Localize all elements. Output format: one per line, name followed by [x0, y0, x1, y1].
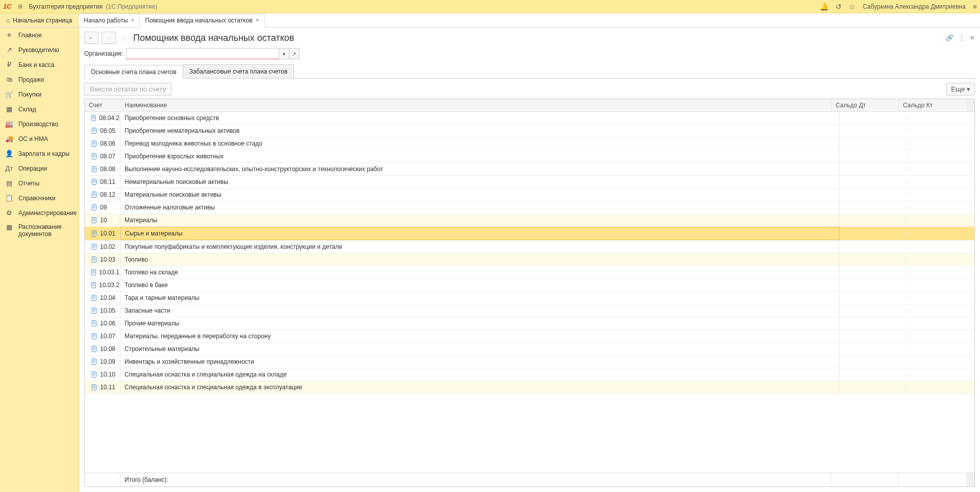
table-row[interactable]: 08.08Выполнение научно-исследовательских…	[85, 163, 974, 176]
th-name[interactable]: Наименование	[120, 99, 831, 111]
svg-rect-80	[92, 372, 96, 378]
cell-name: Специальная оснастка и специальная одежд…	[120, 381, 840, 393]
table-row[interactable]: 10.01Сырье и материалы	[85, 227, 974, 241]
sidebar-item-4[interactable]: 🛒Покупки	[0, 87, 79, 102]
table-row[interactable]: 08.06Перевод молодняка животных в основн…	[85, 137, 974, 150]
cell-account: 10.03.1	[85, 266, 120, 278]
table-body[interactable]: 08.04.2Приобретение основных средств08.0…	[85, 112, 974, 473]
sidebar-item-label: Администрирование	[18, 209, 77, 217]
org-input[interactable]	[126, 48, 279, 59]
table-row[interactable]: 10.05Запасные части	[85, 304, 974, 317]
table-row[interactable]: 10.03.2Топливо в баке	[85, 279, 974, 292]
table-row[interactable]: 10.10Специальная оснастка и специальная …	[85, 368, 974, 381]
close-icon[interactable]: ✕	[970, 34, 975, 41]
sidebar-item-13[interactable]: ▦Распознавание документов	[0, 220, 79, 241]
table-toolbar: Ввести остатки по счету Еще ▾	[84, 83, 975, 96]
cell-account: 10.01	[85, 227, 120, 240]
tab-close-icon[interactable]: ×	[131, 17, 134, 24]
table-row[interactable]: 09Отложенные налоговые активы	[85, 201, 974, 214]
cell-account: 10.09	[85, 356, 120, 368]
tab-home-label: Начальная страница	[13, 17, 72, 24]
org-open-button[interactable]: ↗	[289, 48, 300, 59]
kebab-menu-icon[interactable]: ⋮	[959, 34, 965, 41]
sidebar-item-2[interactable]: ₽Банк и касса	[0, 57, 79, 72]
history-icon[interactable]: ↺	[836, 3, 842, 11]
bell-icon[interactable]: 🔔	[820, 3, 828, 11]
sidebar-item-8[interactable]: 👤Зарплата и кадры	[0, 146, 79, 161]
table-row[interactable]: 10.09Инвентарь и хозяйственные принадлеж…	[85, 356, 974, 368]
tab-offbalance-accounts[interactable]: Забалансовые счета плана счетов	[183, 64, 295, 78]
th-saldo-kt[interactable]: Сальдо Кт	[899, 99, 966, 111]
star-icon[interactable]: ☆	[849, 3, 855, 11]
table-row[interactable]: 08.12Материальные поисковые активы	[85, 189, 974, 201]
svg-rect-16	[92, 167, 96, 172]
equalizer-icon[interactable]: ≡	[973, 3, 977, 11]
cell-saldo-kt	[907, 179, 974, 184]
sidebar-item-12[interactable]: ⚙Администрирование	[0, 205, 79, 220]
document-icon	[91, 191, 98, 198]
table-row[interactable]: 08.04.2Приобретение основных средств	[85, 112, 974, 125]
sidebar-item-label: ОС и НМА	[18, 135, 48, 143]
svg-rect-44	[92, 257, 96, 263]
favorite-star-icon[interactable]: ☆	[121, 33, 128, 43]
sidebar-item-label: Продажи	[18, 76, 44, 83]
nav-back-button[interactable]: ←	[84, 32, 99, 44]
cell-name: Выполнение научно-исследовательских, опы…	[120, 163, 840, 175]
table-row[interactable]: 08.05Приобретение нематериальных активов	[85, 125, 974, 137]
document-icon	[91, 217, 98, 224]
tab-main-accounts[interactable]: Основные счета плана счетов	[84, 65, 183, 79]
sidebar-item-10[interactable]: ▤Отчеты	[0, 176, 79, 191]
sidebar-item-5[interactable]: ▦Склад	[0, 102, 79, 116]
tab-home[interactable]: ⌂ Начальная страница	[0, 13, 79, 27]
svg-rect-72	[92, 346, 96, 352]
main-menu-icon[interactable]: ≡	[15, 3, 26, 11]
sidebar-item-6[interactable]: 🏭Производство	[0, 116, 79, 131]
cell-saldo-kt	[907, 334, 974, 339]
sidebar-item-7[interactable]: 🚚ОС и НМА	[0, 131, 79, 146]
sidebar-item-11[interactable]: 📋Справочники	[0, 191, 79, 205]
tab-close-icon[interactable]: ×	[256, 17, 259, 24]
sidebar-item-3[interactable]: 🛍Продажи	[0, 72, 79, 87]
accounts-tabs: Основные счета плана счетов Забалансовые…	[84, 64, 975, 79]
cell-account: 10.06	[85, 317, 120, 330]
table-row[interactable]: 10.06Прочие материалы	[85, 317, 974, 330]
cell-account: 08.11	[85, 176, 120, 188]
table-row[interactable]: 10.04Тара и тарные материалы	[85, 292, 974, 304]
document-icon	[91, 269, 97, 276]
sidebar-item-0[interactable]: ≡Главное	[0, 28, 79, 42]
table-row[interactable]: 10.11Специальная оснастка и специальная …	[85, 381, 974, 394]
cell-account: 10.05	[85, 304, 120, 317]
cell-saldo-kt	[907, 270, 974, 275]
link-icon[interactable]: 🔗	[946, 34, 953, 41]
cell-account: 10.07	[85, 330, 120, 342]
more-button[interactable]: Еще ▾	[946, 83, 975, 96]
table-row[interactable]: 08.07Приобретение взрослых животных	[85, 150, 974, 163]
tab-pomoshnik-vvoda[interactable]: Помощник ввода начальных остатков ×	[140, 14, 264, 28]
cell-account: 08.12	[85, 189, 120, 201]
username[interactable]: Сабуркина Александра Дмитриевна	[863, 3, 966, 10]
table-row[interactable]: 10.03.1Топливо на складе	[85, 266, 974, 279]
org-dropdown-button[interactable]: ▾	[279, 48, 289, 59]
cell-saldo-dt	[840, 141, 907, 146]
sidebar-icon: ⚙	[5, 209, 13, 217]
table-row[interactable]: 10.03Топливо	[85, 253, 974, 266]
cell-name: Прочие материалы	[120, 317, 840, 330]
cell-saldo-kt	[907, 231, 974, 236]
cell-saldo-kt	[907, 359, 974, 364]
home-icon: ⌂	[6, 17, 10, 24]
sidebar-item-1[interactable]: ↗Руководителю	[0, 42, 79, 57]
table-row[interactable]: 10Материалы	[85, 214, 974, 227]
sidebar-icon: 🛍	[5, 76, 13, 83]
table-row[interactable]: 08.11Нематериальные поисковые активы	[85, 176, 974, 189]
sidebar-item-9[interactable]: ДтОперации	[0, 161, 79, 176]
cell-account: 08.08	[85, 163, 120, 175]
th-saldo-dt[interactable]: Сальдо Дт	[831, 99, 899, 111]
cell-name: Материалы, переданные в переработку на с…	[120, 330, 840, 342]
table-row[interactable]: 10.02Покупные полуфабрикаты и комплектую…	[85, 241, 974, 253]
svg-rect-20	[92, 179, 96, 185]
table-row[interactable]: 10.08Строительные материалы	[85, 343, 974, 356]
th-account[interactable]: Счет	[85, 99, 120, 111]
cell-name: Строительные материалы	[120, 343, 840, 355]
tab-nachalo-raboty[interactable]: Начало работы ×	[79, 13, 140, 27]
table-row[interactable]: 10.07Материалы, переданные в переработку…	[85, 330, 974, 343]
